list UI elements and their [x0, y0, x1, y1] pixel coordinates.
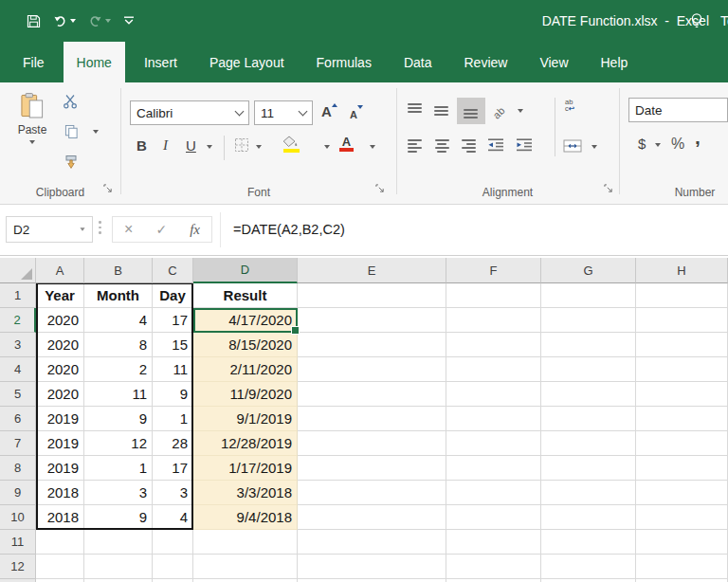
- cut-button[interactable]: [63, 94, 78, 109]
- cell-H11[interactable]: [636, 530, 728, 555]
- undo-button[interactable]: [53, 14, 76, 28]
- bold-button[interactable]: B: [136, 137, 147, 154]
- undo-dropdown-arrow[interactable]: [70, 19, 76, 23]
- tab-view[interactable]: View: [526, 42, 581, 82]
- borders-dropdown-arrow[interactable]: [256, 145, 262, 149]
- cell-E6[interactable]: [298, 407, 446, 431]
- cell-A5[interactable]: 2020: [36, 382, 84, 407]
- cell-A2[interactable]: 2020: [36, 308, 84, 333]
- cell-E12[interactable]: [298, 555, 446, 579]
- format-painter-button[interactable]: [64, 155, 79, 170]
- percent-format-button[interactable]: %: [671, 136, 684, 153]
- cell-G4[interactable]: [541, 357, 636, 382]
- merge-center-button[interactable]: [563, 139, 582, 153]
- cell-A8[interactable]: 2019: [36, 456, 84, 481]
- font-dialog-launcher[interactable]: [375, 180, 385, 197]
- cell-D5[interactable]: 11/9/2020: [193, 382, 298, 407]
- cell-B2[interactable]: 4: [84, 308, 153, 333]
- cell-D4[interactable]: 2/11/2020: [193, 357, 298, 382]
- cell-D7[interactable]: 12/28/2019: [193, 431, 298, 456]
- row-header-11[interactable]: 11: [0, 530, 36, 555]
- merge-center-dropdown-arrow[interactable]: [592, 145, 597, 149]
- paste-button[interactable]: Paste: [9, 88, 55, 183]
- cell-H12[interactable]: [636, 555, 728, 579]
- font-size-combo[interactable]: 11: [254, 100, 313, 125]
- cell-D8[interactable]: 1/17/2019: [193, 456, 298, 481]
- align-left-button[interactable]: [408, 139, 423, 153]
- clipboard-dialog-launcher[interactable]: [103, 180, 113, 197]
- cell-D11[interactable]: [193, 530, 298, 555]
- cell-A11[interactable]: [36, 530, 84, 555]
- cell-E5[interactable]: [298, 382, 446, 407]
- middle-align-button[interactable]: [434, 103, 449, 118]
- cell-A6[interactable]: 2019: [36, 407, 84, 431]
- cell-B10[interactable]: 9: [84, 505, 153, 530]
- cell-E8[interactable]: [298, 456, 446, 481]
- row-header-10[interactable]: 10: [0, 505, 36, 530]
- tab-formulas[interactable]: Formulas: [303, 42, 385, 82]
- cell-C2[interactable]: 17: [153, 308, 193, 333]
- cell-B11[interactable]: [84, 530, 153, 555]
- cell-C9[interactable]: 3: [153, 481, 193, 505]
- column-header-C[interactable]: C: [153, 258, 193, 283]
- cell-G8[interactable]: [541, 456, 636, 481]
- row-header-5[interactable]: 5: [0, 382, 36, 407]
- cell-C5[interactable]: 9: [153, 382, 193, 407]
- column-header-B[interactable]: B: [84, 258, 153, 283]
- name-box[interactable]: D2: [6, 216, 93, 243]
- cell-E7[interactable]: [298, 431, 446, 456]
- cell-F7[interactable]: [446, 431, 541, 456]
- cell-G12[interactable]: [541, 555, 636, 579]
- cell-F6[interactable]: [446, 407, 541, 431]
- cell-A3[interactable]: 2020: [36, 333, 84, 357]
- cell-F11[interactable]: [446, 530, 541, 555]
- bottom-align-button[interactable]: [457, 98, 485, 124]
- cell-C10[interactable]: 4: [153, 505, 193, 530]
- tab-home[interactable]: Home: [64, 42, 125, 82]
- copy-button[interactable]: [64, 124, 79, 139]
- row-header-12[interactable]: 12: [0, 555, 36, 579]
- cell-B12[interactable]: [84, 555, 153, 579]
- cell-B3[interactable]: 8: [84, 333, 153, 357]
- cell-D6[interactable]: 9/1/2019: [193, 407, 298, 431]
- tab-page-layout[interactable]: Page Layout: [196, 42, 298, 82]
- align-right-button[interactable]: [461, 139, 476, 153]
- cell-A7[interactable]: 2019: [36, 431, 84, 456]
- select-all-button[interactable]: [0, 258, 36, 283]
- cell-F9[interactable]: [446, 481, 541, 505]
- fill-color-dropdown-arrow[interactable]: [324, 145, 330, 149]
- cell-H8[interactable]: [636, 456, 728, 481]
- cell-D9[interactable]: 3/3/2018: [193, 481, 298, 505]
- cell-G9[interactable]: [541, 481, 636, 505]
- tab-file[interactable]: File: [9, 42, 58, 82]
- currency-format-button[interactable]: $: [638, 136, 646, 152]
- number-format-combo[interactable]: Date: [628, 98, 728, 122]
- cell-C6[interactable]: 1: [153, 407, 193, 431]
- font-color-button[interactable]: A: [339, 136, 354, 152]
- cell-F5[interactable]: [446, 382, 541, 407]
- column-header-D[interactable]: D: [193, 258, 298, 283]
- decrease-font-size-button[interactable]: A: [350, 105, 363, 122]
- tell-me-lightbulb[interactable]: [690, 0, 703, 41]
- cell-F2[interactable]: [446, 308, 541, 333]
- font-name-combo[interactable]: Calibri: [130, 100, 249, 125]
- tab-insert[interactable]: Insert: [131, 42, 191, 82]
- cell-C11[interactable]: [153, 530, 193, 555]
- cell-D12[interactable]: [193, 555, 298, 579]
- align-center-button[interactable]: [434, 139, 449, 153]
- decrease-indent-button[interactable]: [487, 138, 504, 152]
- row-header-4[interactable]: 4: [0, 357, 36, 382]
- paste-dropdown-arrow[interactable]: [29, 140, 35, 144]
- tell-me-label[interactable]: Tell me: [720, 0, 728, 41]
- cell-H2[interactable]: [636, 308, 728, 333]
- cell-D3[interactable]: 8/15/2020: [193, 333, 298, 357]
- orientation-button[interactable]: ab: [493, 103, 504, 120]
- insert-function-icon[interactable]: fx: [190, 222, 200, 238]
- cell-F12[interactable]: [446, 555, 541, 579]
- cell-C4[interactable]: 11: [153, 357, 193, 382]
- column-header-G[interactable]: G: [541, 258, 636, 283]
- underline-button[interactable]: U: [186, 137, 196, 154]
- cell-E9[interactable]: [298, 481, 446, 505]
- cell-F10[interactable]: [446, 505, 541, 530]
- cell-D10[interactable]: 9/4/2018: [193, 505, 298, 530]
